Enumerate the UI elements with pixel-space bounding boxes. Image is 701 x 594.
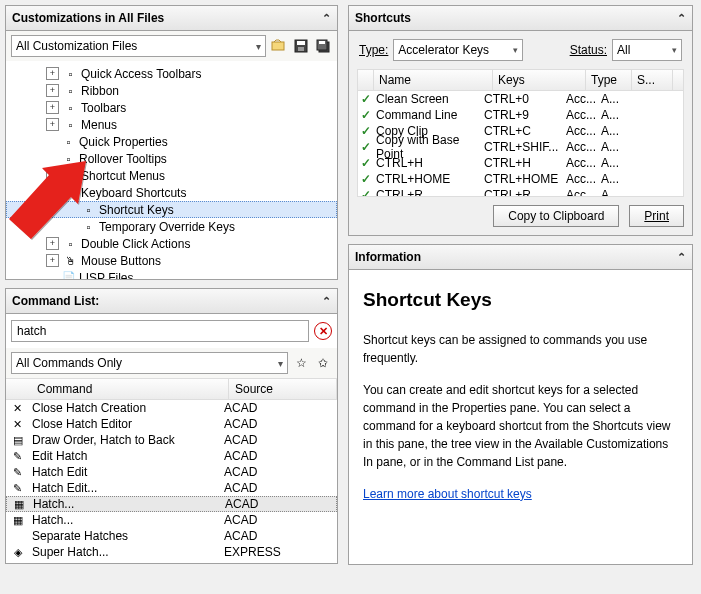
shortcut-source: A...: [601, 92, 631, 106]
type-col-header[interactable]: Type: [586, 70, 632, 90]
command-col-header[interactable]: Command: [31, 379, 229, 399]
new-command-icon[interactable]: ✩: [314, 354, 332, 372]
print-button[interactable]: Print: [629, 205, 684, 227]
tree-item[interactable]: ▫Temporary Override Keys: [6, 218, 337, 235]
shortcut-row[interactable]: ✓Copy with Base PointCTRL+SHIF...Acc...A…: [358, 139, 683, 155]
command-name: Separate Hatches: [29, 529, 224, 543]
shortcut-row[interactable]: ✓Clean ScreenCTRL+0Acc...A...: [358, 91, 683, 107]
shortcut-source: A...: [601, 108, 631, 122]
save-all-icon[interactable]: [314, 37, 332, 55]
tree-item[interactable]: +▫Double Click Actions: [6, 235, 337, 252]
command-row[interactable]: ✎Hatch EditACAD: [6, 464, 337, 480]
tree-item[interactable]: +▫Toolbars: [6, 99, 337, 116]
check-icon: ✓: [358, 188, 373, 196]
command-row[interactable]: ▦Hatch...ACAD: [6, 496, 337, 512]
tree-item[interactable]: +▫Ribbon: [6, 82, 337, 99]
spacer: [66, 221, 77, 232]
keys-col-header[interactable]: Keys: [493, 70, 586, 90]
collapse-icon[interactable]: −: [46, 186, 59, 199]
tree-item-label: Ribbon: [81, 84, 119, 98]
status-dropdown[interactable]: All▾: [612, 39, 682, 61]
shortcut-source: A...: [601, 140, 631, 154]
shortcuts-rows[interactable]: ✓Clean ScreenCTRL+0Acc...A...✓Command Li…: [358, 91, 683, 196]
expand-icon[interactable]: +: [46, 169, 59, 182]
menu-icon: ▫: [63, 117, 78, 132]
expand-icon[interactable]: +: [46, 67, 59, 80]
command-name: Hatch...: [29, 513, 224, 527]
shortcut-row[interactable]: ✓CTRL+RCTRL+RAcc...A...: [358, 187, 683, 196]
command-list[interactable]: ✕Close Hatch CreationACAD✕Close Hatch Ed…: [6, 400, 337, 563]
command-row[interactable]: ✕Close Hatch EditorACAD: [6, 416, 337, 432]
svg-rect-0: [272, 42, 284, 50]
shortcut-row[interactable]: ✓CTRL+HOMECTRL+HOMEAcc...A...: [358, 171, 683, 187]
type-dropdown[interactable]: Accelerator Keys▾: [393, 39, 523, 61]
tree-item[interactable]: 📄LISP Files: [6, 269, 337, 279]
tree-item[interactable]: ▫Quick Properties: [6, 133, 337, 150]
info-paragraph-2: You can create and edit shortcut keys fo…: [363, 381, 678, 471]
save-icon[interactable]: [292, 37, 310, 55]
command-row[interactable]: ▤Draw Order, Hatch to BackACAD: [6, 432, 337, 448]
command-source: ACAD: [224, 401, 337, 415]
expand-icon[interactable]: +: [46, 84, 59, 97]
customizations-title: Customizations in All Files: [12, 11, 322, 25]
command-row[interactable]: ✎Edit HatchACAD: [6, 448, 337, 464]
copy-to-clipboard-button[interactable]: Copy to Clipboard: [493, 205, 619, 227]
name-col-header[interactable]: Name: [374, 70, 493, 90]
tree-item[interactable]: +▫Shortcut Menus: [6, 167, 337, 184]
expand-icon[interactable]: +: [46, 237, 59, 250]
command-icon: ◈: [6, 546, 29, 559]
collapse-icon[interactable]: ⌃: [322, 295, 331, 308]
command-source: ACAD: [224, 465, 337, 479]
chevron-down-icon: ▾: [513, 45, 518, 55]
shortcut-name: CTRL+HOME: [373, 172, 484, 186]
check-icon: ✓: [358, 124, 373, 138]
shortcut-type: Acc...: [566, 188, 601, 196]
shortcut-source: A...: [601, 188, 631, 196]
expand-icon[interactable]: +: [46, 101, 59, 114]
command-icon: ▦: [6, 514, 29, 527]
expand-icon[interactable]: +: [46, 254, 59, 267]
command-filter-dropdown[interactable]: All Commands Only ▾: [11, 352, 288, 374]
learn-more-link[interactable]: Learn more about shortcut keys: [363, 487, 532, 501]
collapse-icon[interactable]: ⌃: [677, 251, 686, 264]
tree-item[interactable]: +🖱Mouse Buttons: [6, 252, 337, 269]
ribbon-icon: ▫: [63, 83, 78, 98]
collapse-icon[interactable]: ⌃: [322, 12, 331, 25]
shortcut-row[interactable]: ✓Command LineCTRL+9Acc...A...: [358, 107, 683, 123]
tree-item[interactable]: ▫Shortcut Keys: [6, 201, 337, 218]
shortcut-source: A...: [601, 156, 631, 170]
command-row[interactable]: ◈Super Hatch...EXPRESS: [6, 544, 337, 560]
shortcut-type: Acc...: [566, 92, 601, 106]
source-col-header[interactable]: Source: [229, 379, 337, 399]
command-row[interactable]: ✕Close Hatch CreationACAD: [6, 400, 337, 416]
open-file-icon[interactable]: [270, 37, 288, 55]
command-row[interactable]: ▦Hatch...ACAD: [6, 512, 337, 528]
command-row[interactable]: ✎Hatch Edit...ACAD: [6, 480, 337, 496]
command-row[interactable]: Separate HatchesACAD: [6, 528, 337, 544]
tooltip-icon: ▫: [61, 151, 76, 166]
tree-item-label: Toolbars: [81, 101, 126, 115]
shortcut-keys: CTRL+C: [484, 124, 566, 138]
tree-item[interactable]: +▫Quick Access Toolbars: [6, 65, 337, 82]
tree-item[interactable]: +▫Menus: [6, 116, 337, 133]
tree-item[interactable]: ▫Rollover Tooltips: [6, 150, 337, 167]
custom-files-dropdown[interactable]: All Customization Files ▾: [11, 35, 266, 57]
tree-item[interactable]: −⌨Keyboard Shortcuts: [6, 184, 337, 201]
find-icon[interactable]: ☆: [292, 354, 310, 372]
command-search-input[interactable]: [11, 320, 309, 342]
qp-icon: ▫: [61, 134, 76, 149]
check-icon: ✓: [358, 92, 373, 106]
shortcut-row[interactable]: ✓CTRL+HCTRL+HAcc...A...: [358, 155, 683, 171]
src-col-header[interactable]: S...: [632, 70, 673, 90]
shortcuts-panel: Shortcuts ⌃ Type: Accelerator Keys▾ Stat…: [348, 5, 693, 236]
shortcuts-title: Shortcuts: [355, 11, 677, 25]
svg-rect-6: [319, 41, 325, 44]
tree-item-label: Shortcut Keys: [99, 203, 174, 217]
check-icon: ✓: [358, 140, 373, 154]
check-icon: ✓: [358, 156, 373, 170]
clear-search-icon[interactable]: ✕: [314, 322, 332, 340]
spacer: [46, 272, 57, 279]
collapse-icon[interactable]: ⌃: [677, 12, 686, 25]
expand-icon[interactable]: +: [46, 118, 59, 131]
customization-tree[interactable]: +▫Quick Access Toolbars+▫Ribbon+▫Toolbar…: [6, 61, 337, 279]
